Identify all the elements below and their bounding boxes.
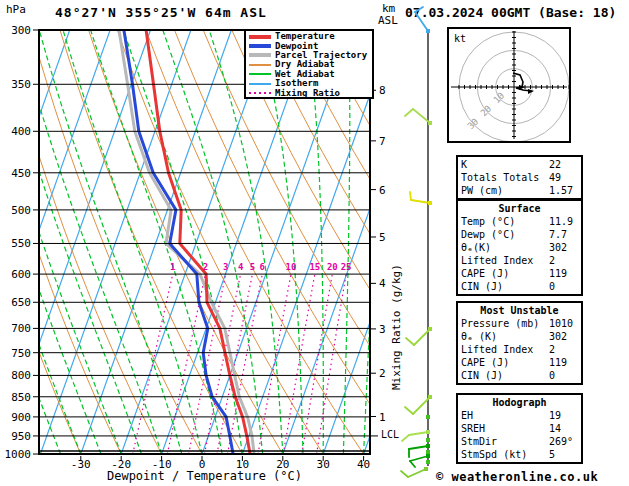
row-label: K (461, 158, 549, 171)
legend-label: Isotherm (275, 79, 318, 88)
km-tick-label: 5 (379, 231, 386, 244)
table-row: K22 (461, 158, 578, 171)
wind-level-dot (426, 460, 430, 464)
row-label: θₑ (K) (461, 330, 549, 343)
panel-header: Most Unstable (461, 304, 578, 317)
x-axis-title: Dewpoint / Temperature (°C) (39, 469, 370, 483)
mixing-ratio-value-label: 1 (170, 262, 175, 272)
wind-barb-segment (409, 446, 428, 449)
row-value: 119 (549, 356, 567, 369)
row-label: Totals Totals (461, 171, 549, 184)
row-value: 0 (549, 369, 555, 382)
isotherm-line-swatch (249, 83, 271, 85)
mixing-ratio-value-label: 20 (327, 262, 338, 272)
mixing-ratio-line (258, 274, 291, 454)
row-value: 22 (549, 158, 561, 171)
row-label: StmDir (461, 435, 549, 448)
wind-barb-segment (405, 407, 413, 414)
row-label: Lifted Index (461, 343, 549, 356)
pressure-tick-label: 350 (11, 78, 31, 91)
mixing-ratio-value-label: 5 (250, 262, 255, 272)
table-row: CAPE (J)119 (461, 267, 578, 280)
wind-barb-segment (405, 109, 413, 116)
wind-barb-segment (408, 469, 426, 477)
legend-item-isotherm: Isotherm (249, 79, 372, 88)
pressure-tick-label: 450 (11, 167, 31, 180)
row-label: Dewp (°C) (461, 228, 549, 241)
row-label: SREH (461, 422, 549, 435)
hodograph-unit-label: kt (454, 33, 466, 44)
mixing-ratio-line (283, 274, 315, 454)
mixing-ratio-value-label: 6 (260, 262, 265, 272)
row-label: CAPE (J) (461, 267, 549, 280)
copyright-footer: © weatheronline.co.uk (436, 470, 598, 484)
row-label: StmSpd (kt) (461, 448, 549, 461)
legend-label: Mixing Ratio (275, 89, 340, 98)
wind-barb-segment (402, 435, 409, 441)
indices-panel: K22 Totals Totals49 PW (cm)1.57 (456, 155, 583, 200)
parcel-line-swatch (249, 53, 271, 57)
most-unstable-panel: Most Unstable Pressure (mb)1010 θₑ (K)30… (456, 301, 583, 385)
row-label: EH (461, 409, 549, 422)
row-value: 14 (549, 422, 561, 435)
pressure-tick-label: 750 (11, 347, 31, 360)
surface-panel: Surface Temp (°C)11.9 Dewp (°C)7.7 θₑ(K)… (456, 199, 583, 296)
table-row: CIN (J)0 (461, 369, 578, 382)
pressure-tick-label: 550 (11, 237, 31, 250)
row-label: PW (cm) (461, 184, 549, 197)
table-row: Lifted Index2 (461, 343, 578, 356)
table-row: PW (cm)1.57 (461, 184, 578, 197)
wind-barb-segment (409, 432, 428, 435)
panel-header: Hodograph (461, 396, 578, 409)
temperature-trace (146, 30, 250, 454)
wind-level-dot (426, 415, 430, 419)
hodograph-chart: kt 102030 (449, 29, 569, 141)
row-value: 11.9 (549, 215, 573, 228)
row-label: Temp (°C) (461, 215, 549, 228)
mixing-ratio-axis-label: Mixing Ratio (g/kg) (390, 220, 403, 390)
row-value: 269° (549, 435, 573, 448)
km-tick-label: 3 (379, 323, 386, 336)
pressure-tick-label: 400 (11, 125, 31, 138)
legend-label: Temperature (275, 32, 335, 41)
km-tick-label: 1 (379, 411, 386, 424)
wind-barb-segment (410, 461, 415, 467)
pressure-tick-label: 300 (11, 24, 31, 37)
row-value: 2 (549, 343, 555, 356)
wind-barb-segment (401, 471, 408, 477)
mixing-ratio-value-label: 10 (286, 262, 297, 272)
row-label: CAPE (J) (461, 356, 549, 369)
table-row: Totals Totals49 (461, 171, 578, 184)
pressure-tick-label: 500 (11, 204, 31, 217)
pressure-tick-label: 650 (11, 296, 31, 309)
row-value: 19 (549, 409, 561, 422)
wind-barb (402, 430, 430, 441)
mixing-ratio-value-label: 25 (341, 262, 352, 272)
pressure-tick-label: 800 (11, 369, 31, 382)
pressure-tick-label: 600 (11, 268, 31, 281)
row-value: 1010 (549, 317, 573, 330)
wind-barb (410, 192, 432, 205)
wind-barb-segment (415, 12, 428, 31)
km-tick-label: 7 (379, 135, 386, 148)
row-value: 49 (549, 171, 561, 184)
wind-barb (415, 7, 430, 33)
table-row: StmDir269° (461, 435, 578, 448)
wind-barb-segment (411, 200, 430, 203)
table-row: StmSpd (kt)5 (461, 448, 578, 461)
hodograph-stats-panel: Hodograph EH19 SREH14 StmDir269° StmSpd … (456, 393, 583, 464)
legend-item-mixing-ratio: Mixing Ratio (249, 88, 372, 97)
skewt-sounding-page: hPa 48°27'N 355°25'W 64m ASL km ASL 07.0… (0, 0, 629, 486)
legend-item-temperature: Temperature (249, 32, 372, 41)
wind-level-dot (426, 438, 430, 442)
mixing-ratio-line-swatch (249, 92, 271, 94)
table-row: Pressure (mb)1010 (461, 317, 578, 330)
pressure-tick-label: 700 (11, 322, 31, 335)
mixing-ratio-value-label: 2 (203, 262, 208, 272)
legend-label: Dry Adiabat (275, 60, 335, 69)
mixing-ratio-value-label: 4 (238, 262, 244, 272)
mixing-ratio-value-label: 3 (223, 262, 228, 272)
wet-adiabat-line-swatch (249, 73, 271, 75)
row-value: 0 (549, 280, 555, 293)
row-value: 2 (549, 254, 555, 267)
